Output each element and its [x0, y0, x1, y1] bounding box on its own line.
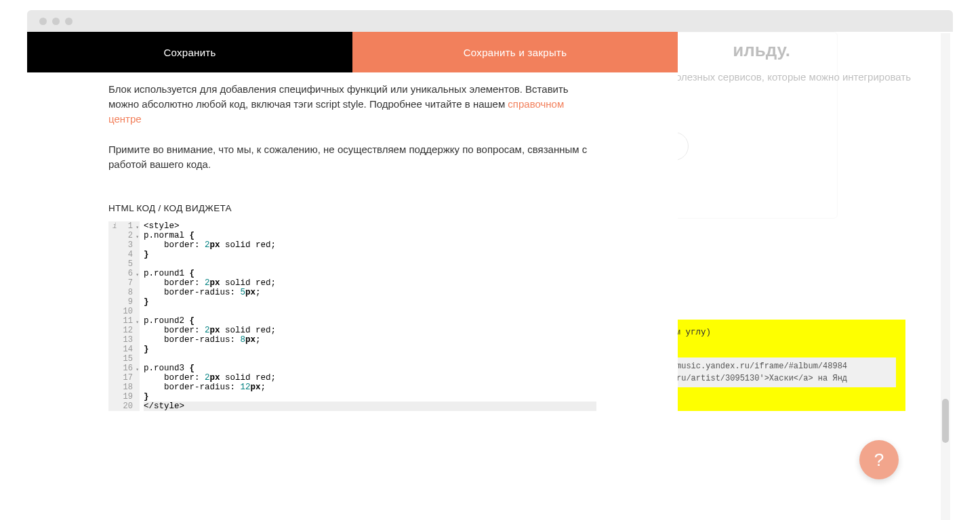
- toolbar: Сохранить Сохранить и закрыть: [27, 32, 678, 72]
- code-gutter: 1234567891011121314151617181920: [108, 221, 140, 411]
- code-line[interactable]: p.round3 {: [144, 364, 596, 373]
- code-line[interactable]: }: [144, 392, 596, 402]
- code-line[interactable]: <style>: [144, 221, 596, 231]
- code-line[interactable]: [144, 307, 596, 316]
- browser-content: ильду. 40+ полезных сервисов, которые мо…: [27, 32, 953, 520]
- code-line[interactable]: }: [144, 345, 596, 354]
- code-line[interactable]: border: 2px solid red;: [144, 278, 596, 288]
- code-line[interactable]: border-radius: 8px;: [144, 335, 596, 345]
- gutter-line: 4: [108, 250, 140, 259]
- save-and-close-button[interactable]: Сохранить и закрыть: [352, 32, 678, 72]
- gutter-line: 11: [108, 316, 140, 326]
- code-line[interactable]: [144, 259, 596, 269]
- code-line[interactable]: border: 2px solid red;: [144, 240, 596, 250]
- code-line[interactable]: }: [144, 297, 596, 307]
- gutter-line: 17: [108, 373, 140, 383]
- gutter-line: 16: [108, 364, 140, 373]
- gutter-line: 7: [108, 278, 140, 288]
- bg-subtitle: 40+ полезных сервисов, которые можно инт…: [650, 71, 911, 83]
- help-fab-button[interactable]: ?: [859, 440, 899, 479]
- description-paragraph-1: Блок используется для добавления специфи…: [108, 82, 596, 126]
- minimize-icon[interactable]: [52, 18, 60, 25]
- maximize-icon[interactable]: [65, 18, 73, 25]
- help-icon: ?: [874, 450, 884, 471]
- gutter-line: 1: [108, 221, 140, 231]
- code-body[interactable]: <style>p.normal { border: 2px solid red;…: [140, 221, 596, 411]
- window-titlebar: [27, 10, 953, 32]
- save-button[interactable]: Сохранить: [27, 32, 352, 72]
- code-editor[interactable]: 1234567891011121314151617181920 <style>p…: [108, 221, 596, 411]
- save-label: Сохранить: [163, 47, 216, 58]
- gutter-line: 5: [108, 259, 140, 269]
- gutter-line: 10: [108, 307, 140, 316]
- gutter-line: 15: [108, 354, 140, 364]
- code-line[interactable]: </style>: [144, 402, 596, 411]
- code-line[interactable]: p.round1 {: [144, 269, 596, 278]
- save-close-label: Сохранить и закрыть: [464, 47, 567, 58]
- gutter-line: 12: [108, 326, 140, 335]
- gutter-line: 14: [108, 345, 140, 354]
- gutter-line: 6: [108, 269, 140, 278]
- description-paragraph-2: Примите во внимание, что мы, к сожалению…: [108, 142, 596, 172]
- code-line[interactable]: p.round2 {: [144, 316, 596, 326]
- gutter-line: 19: [108, 392, 140, 402]
- gutter-line: 3: [108, 240, 140, 250]
- code-line[interactable]: p.normal {: [144, 231, 596, 240]
- bg-title-fragment: ильду.: [733, 40, 790, 61]
- code-line[interactable]: border: 2px solid red;: [144, 373, 596, 383]
- scrollbar-thumb[interactable]: [942, 399, 949, 443]
- code-line[interactable]: border: 2px solid red;: [144, 326, 596, 335]
- gutter-line: 8: [108, 288, 140, 297]
- code-line[interactable]: border-radius: 12px;: [144, 383, 596, 392]
- gutter-line: 13: [108, 335, 140, 345]
- browser-frame: ильду. 40+ полезных сервисов, которые мо…: [0, 0, 980, 520]
- gutter-line: 9: [108, 297, 140, 307]
- code-line[interactable]: border-radius: 5px;: [144, 288, 596, 297]
- code-section-label: HTML КОД / КОД ВИДЖЕТА: [108, 203, 651, 213]
- code-line[interactable]: [144, 354, 596, 364]
- gutter-line: 20: [108, 402, 140, 411]
- vertical-scrollbar[interactable]: [941, 33, 950, 520]
- gutter-line: 18: [108, 383, 140, 392]
- code-line[interactable]: }: [144, 250, 596, 259]
- close-icon[interactable]: [39, 18, 47, 25]
- gutter-line: 2: [108, 231, 140, 240]
- editor-panel: Сохранить Сохранить и закрыть Блок испол…: [27, 32, 678, 520]
- editor-content: Блок используется для добавления специфи…: [108, 72, 651, 520]
